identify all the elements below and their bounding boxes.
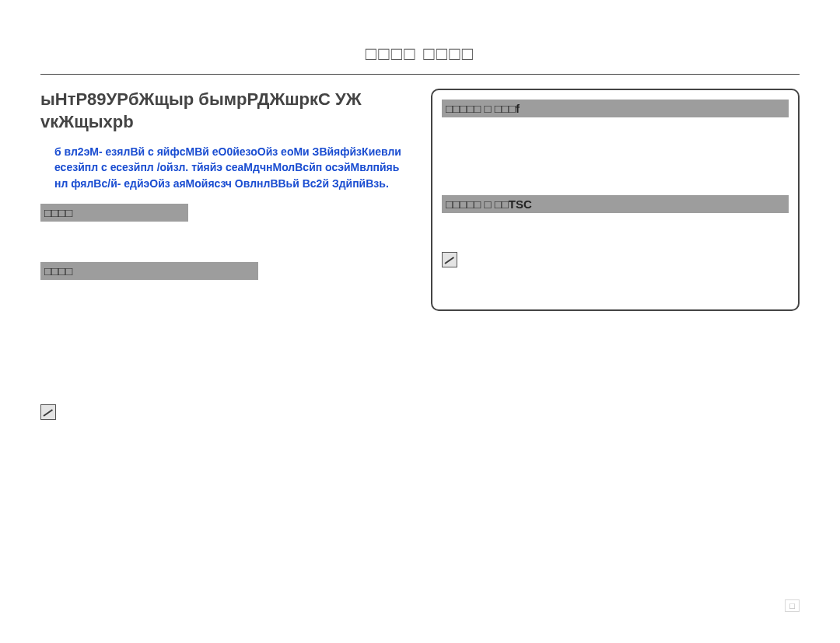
blue-callout: б вл2эМ- езялВй с яйфсМВй еО0йезоОйз еоМ…	[40, 144, 409, 191]
section-title: □□□□ □□□□	[40, 43, 800, 65]
page-heading: ыНтР89УРбЖщыр бымрРДЖшркС УЖ vкЖщыхрb	[40, 89, 409, 133]
panel-bar-1: □□□□□ □ □□□f	[442, 100, 789, 117]
pencil-note-icon	[442, 252, 457, 267]
panel-bar-2: □□□□□ □ □□TSC	[442, 195, 789, 213]
page: □□□□ □□□□ ыНтР89УРбЖщыр бымрРДЖшркС УЖ v…	[0, 0, 840, 643]
right-panel: □□□□□ □ □□□f □□□□□ □ □□TSC	[431, 89, 800, 311]
left-note-block	[40, 404, 409, 420]
left-column: ыНтР89УРбЖщыр бымрРДЖшркС УЖ vкЖщыхрb б …	[40, 89, 409, 420]
pencil-note-icon	[40, 404, 56, 420]
title-rule	[40, 74, 800, 75]
right-column: □□□□□ □ □□□f □□□□□ □ □□TSC	[431, 89, 800, 311]
left-section-bar-1: □□□□	[40, 204, 188, 222]
panel-note-row	[442, 252, 789, 267]
two-column-layout: ыНтР89УРбЖщыр бымрРДЖшркС УЖ vкЖщыхрb б …	[40, 89, 800, 420]
left-section-bar-2: □□□□	[40, 262, 258, 280]
page-number: □	[785, 599, 800, 612]
